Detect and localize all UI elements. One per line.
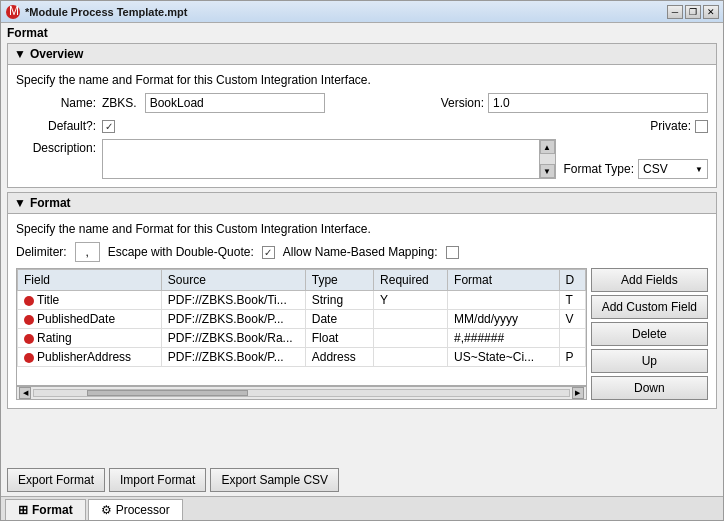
- cell-field: Rating: [18, 329, 162, 348]
- private-checkbox[interactable]: [695, 120, 708, 133]
- side-buttons: Add Fields Add Custom Field Delete Up Do…: [591, 268, 708, 400]
- svg-text:M: M: [9, 4, 19, 18]
- close-button[interactable]: ✕: [703, 5, 719, 19]
- cell-format: MM/dd/yyyy: [448, 310, 560, 329]
- add-custom-field-button[interactable]: Add Custom Field: [591, 295, 708, 319]
- data-table: Field Source Type Required Format D: [17, 269, 586, 367]
- format-header[interactable]: ▼ Format: [8, 193, 716, 214]
- cell-format: [448, 291, 560, 310]
- description-area: ▲ ▼: [102, 139, 556, 179]
- format-type-value: CSV: [643, 162, 668, 176]
- cell-d: V: [559, 310, 585, 329]
- format-description: Specify the name and Format for this Cus…: [16, 222, 708, 236]
- scroll-up-btn[interactable]: ▲: [540, 140, 555, 154]
- minimize-button[interactable]: ─: [667, 5, 683, 19]
- private-col: Private:: [650, 119, 708, 133]
- table-row[interactable]: PublisherAddress PDF://ZBKS.Book/P... Ad…: [18, 348, 586, 367]
- cell-required: [374, 329, 448, 348]
- bottom-buttons-bar: Export Format Import Format Export Sampl…: [1, 464, 723, 496]
- version-label: Version:: [441, 96, 484, 110]
- top-format-label: Format: [1, 23, 723, 43]
- escape-checkbox[interactable]: [262, 246, 275, 259]
- content-area: ▼ Overview Specify the name and Format f…: [1, 43, 723, 464]
- cell-field: PublishedDate: [18, 310, 162, 329]
- tab-format[interactable]: ⊞ Format: [5, 499, 86, 520]
- cell-format: #,######: [448, 329, 560, 348]
- delimiter-input[interactable]: [75, 242, 100, 262]
- row-icon: [24, 353, 34, 363]
- allow-checkbox[interactable]: [446, 246, 459, 259]
- default-col: Default?:: [16, 119, 644, 133]
- export-format-button[interactable]: Export Format: [7, 468, 105, 492]
- delimiter-row: Delimiter: Escape with Double-Quote: All…: [16, 242, 708, 262]
- col-field: Field: [18, 270, 162, 291]
- cell-type: Date: [305, 310, 373, 329]
- delimiter-label: Delimiter:: [16, 245, 67, 259]
- format-type-container: Format Type: CSV ▼: [564, 139, 708, 179]
- table-body: Title PDF://ZBKS.Book/Ti... String Y T P…: [18, 291, 586, 367]
- cell-source: PDF://ZBKS.Book/Ti...: [161, 291, 305, 310]
- col-d: D: [559, 270, 585, 291]
- scroll-track-h[interactable]: [33, 389, 570, 397]
- up-button[interactable]: Up: [591, 349, 708, 373]
- cell-d: [559, 329, 585, 348]
- overview-title: Overview: [30, 47, 83, 61]
- desc-scrollbar: ▲ ▼: [539, 140, 555, 178]
- overview-description: Specify the name and Format for this Cus…: [16, 73, 708, 87]
- version-input[interactable]: [488, 93, 708, 113]
- version-col: Version:: [441, 93, 708, 113]
- processor-tab-icon: ⚙: [101, 503, 112, 517]
- col-source: Source: [161, 270, 305, 291]
- cell-type: Address: [305, 348, 373, 367]
- table-area: Field Source Type Required Format D: [16, 268, 708, 400]
- private-label: Private:: [650, 119, 691, 133]
- processor-tab-label: Processor: [116, 503, 170, 517]
- overview-body: Specify the name and Format for this Cus…: [8, 65, 716, 187]
- cell-source: PDF://ZBKS.Book/P...: [161, 348, 305, 367]
- table-row[interactable]: Title PDF://ZBKS.Book/Ti... String Y T: [18, 291, 586, 310]
- main-window: M *Module Process Template.mpt ─ ❐ ✕ For…: [0, 0, 724, 521]
- format-type-label: Format Type:: [564, 162, 634, 176]
- overview-header[interactable]: ▼ Overview: [8, 44, 716, 65]
- format-type-select[interactable]: CSV ▼: [638, 159, 708, 179]
- table-row[interactable]: PublishedDate PDF://ZBKS.Book/P... Date …: [18, 310, 586, 329]
- format-tab-label: Format: [32, 503, 73, 517]
- format-title: Format: [30, 196, 71, 210]
- select-arrow-icon: ▼: [695, 165, 703, 174]
- export-csv-button[interactable]: Export Sample CSV: [210, 468, 339, 492]
- delete-button[interactable]: Delete: [591, 322, 708, 346]
- cell-d: P: [559, 348, 585, 367]
- add-fields-button[interactable]: Add Fields: [591, 268, 708, 292]
- window-title: *Module Process Template.mpt: [25, 6, 667, 18]
- horizontal-scrollbar: ◀ ▶: [16, 386, 587, 400]
- tab-bar: ⊞ Format ⚙ Processor: [1, 496, 723, 520]
- data-table-wrapper: Field Source Type Required Format D: [16, 268, 587, 386]
- default-label: Default?:: [16, 119, 96, 133]
- table-row[interactable]: Rating PDF://ZBKS.Book/Ra... Float #,###…: [18, 329, 586, 348]
- scroll-left-btn[interactable]: ◀: [19, 387, 31, 399]
- title-bar: M *Module Process Template.mpt ─ ❐ ✕: [1, 1, 723, 23]
- cell-field: Title: [18, 291, 162, 310]
- import-format-button[interactable]: Import Format: [109, 468, 206, 492]
- cell-field: PublisherAddress: [18, 348, 162, 367]
- format-collapse-icon: ▼: [14, 196, 26, 210]
- cell-format: US~State~Ci...: [448, 348, 560, 367]
- default-checkbox[interactable]: [102, 120, 115, 133]
- down-button[interactable]: Down: [591, 376, 708, 400]
- description-textarea[interactable]: [103, 140, 539, 178]
- desc-formattype-row: Description: ▲ ▼ Format Type:: [16, 139, 708, 179]
- scroll-right-btn[interactable]: ▶: [572, 387, 584, 399]
- restore-button[interactable]: ❐: [685, 5, 701, 19]
- tab-processor[interactable]: ⚙ Processor: [88, 499, 183, 520]
- name-label: Name:: [16, 96, 96, 110]
- description-label: Description:: [16, 139, 96, 155]
- scroll-thumb-h: [87, 390, 247, 396]
- format-tab-icon: ⊞: [18, 503, 28, 517]
- table-header: Field Source Type Required Format D: [18, 270, 586, 291]
- col-required: Required: [374, 270, 448, 291]
- name-input[interactable]: [145, 93, 325, 113]
- name-version-row: Name: ZBKS. Version:: [16, 93, 708, 113]
- cell-required: [374, 348, 448, 367]
- scroll-down-btn[interactable]: ▼: [540, 164, 555, 178]
- name-prefix: ZBKS.: [102, 96, 137, 110]
